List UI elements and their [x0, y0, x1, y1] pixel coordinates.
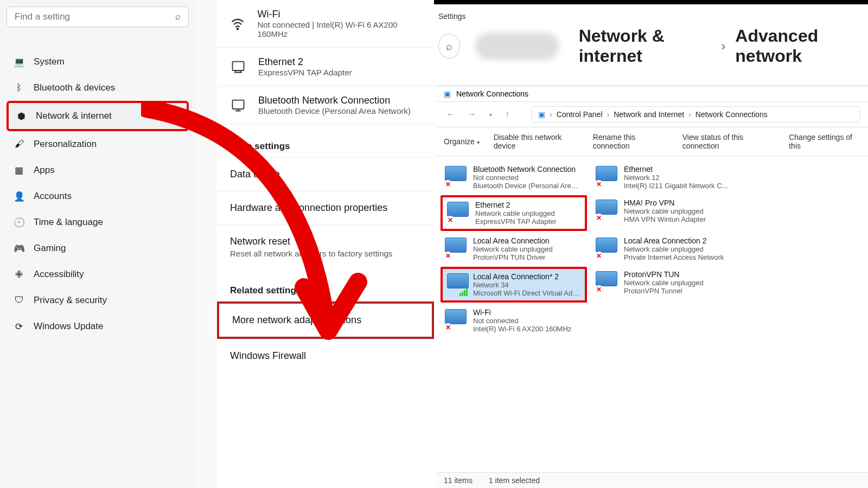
- adapter-icon: ✕: [595, 270, 618, 294]
- nav-label: Windows Update: [34, 321, 104, 332]
- adapter-icon: ✕: [446, 201, 470, 224]
- toolbar-organize[interactable]: Organize▾: [444, 137, 480, 146]
- adapter-name: Local Area Connection: [473, 236, 553, 245]
- adapter-device: Intel(R) I211 Gigabit Network Con...: [624, 182, 732, 190]
- nav-up-icon[interactable]: ↑: [503, 107, 512, 121]
- adapter-hma-pro-vpn[interactable]: ✕ HMA! Pro VPN Network cable unplugged H…: [591, 195, 738, 231]
- nav-icon: ✙: [13, 268, 25, 280]
- toolbar-rename[interactable]: Rename this connection: [593, 133, 668, 150]
- chevron-right-icon: ›: [721, 38, 725, 54]
- disconnected-x-icon: ✕: [595, 285, 603, 294]
- adapter-status: Network cable unplugged: [624, 279, 704, 287]
- adapter-name: Local Area Connection* 2: [473, 272, 582, 281]
- setting-title: Hardware and connection properties: [230, 202, 421, 214]
- adapter-local-area-connection-2[interactable]: ✕ Local Area Connection 2 Network cable …: [591, 233, 738, 265]
- nav-item-apps[interactable]: ▦Apps: [7, 157, 189, 183]
- network-settings-panel: Wi-Fi Not connected | Intel(R) Wi-Fi 6 A…: [217, 0, 434, 488]
- adapter-name: Bluetooth Network Connection: [473, 165, 582, 174]
- nav-icon: 💻: [13, 56, 25, 68]
- adapter-local-area-connection[interactable]: ✕ Local Area Connection Network cable un…: [441, 233, 587, 265]
- right-overlay-region: Settings ⌕ Network & internet › Advanced…: [434, 0, 868, 488]
- eth-icon: [230, 59, 246, 75]
- adapter-wi-fi[interactable]: ✕ Wi-Fi Not connected Intel(R) Wi-Fi 6 A…: [441, 305, 587, 336]
- adapter-local-area-connection-2[interactable]: Local Area Connection* 2 Network 34 Micr…: [441, 267, 587, 303]
- adapter-icon: ✕: [595, 236, 618, 260]
- nav-icon: 🛡: [13, 294, 25, 306]
- setting-network-reset[interactable]: Network resetReset all network adapters …: [217, 224, 434, 269]
- related-windows-firewall[interactable]: Windows Firewall: [217, 339, 434, 373]
- adapter-status: Network cable unplugged: [475, 209, 557, 217]
- network-row-bluetooth-network-connection[interactable]: Bluetooth Network Connection Bluetooth D…: [217, 86, 434, 125]
- related-title: Windows Firewall: [230, 350, 421, 362]
- setting-data-usage[interactable]: Data usage: [217, 157, 434, 191]
- disconnected-x-icon: ✕: [444, 323, 452, 332]
- setting-title: Data usage: [230, 169, 421, 180]
- adapter-ethernet[interactable]: ✕ Ethernet Network 12 Intel(R) I211 Giga…: [591, 162, 738, 193]
- adapter-ethernet-2[interactable]: ✕ Ethernet 2 Network cable unplugged Exp…: [441, 195, 587, 231]
- window-title-text: Network Connections: [456, 89, 528, 98]
- explorer-statusbar: 11 items 1 item selected: [436, 472, 868, 488]
- nav-icon: 👤: [13, 190, 25, 202]
- disconnected-x-icon: ✕: [595, 214, 603, 222]
- nav-item-windows-update[interactable]: ⟳Windows Update: [7, 313, 189, 339]
- status-selected-count: 1 item selected: [489, 476, 540, 485]
- address-bar[interactable]: ▣ › Control Panel › Network and Internet…: [531, 106, 860, 123]
- nav-item-network-internet[interactable]: ⬢Network & internet: [7, 101, 189, 131]
- related-settings-heading: Related settings: [217, 269, 434, 301]
- related-title: More network adapter options: [232, 314, 419, 326]
- nav-item-personalization[interactable]: 🖌Personalization: [7, 131, 189, 157]
- network-title: Wi-Fi: [257, 9, 421, 20]
- svg-rect-2: [233, 100, 244, 109]
- adapter-protonvpn-tun[interactable]: ✕ ProtonVPN TUN Network cable unplugged …: [591, 267, 738, 303]
- search-box[interactable]: ⌕: [7, 7, 189, 27]
- nav-item-gaming[interactable]: 🎮Gaming: [7, 235, 189, 261]
- nav-item-accounts[interactable]: 👤Accounts: [7, 183, 189, 209]
- network-title: Bluetooth Network Connection: [258, 95, 411, 106]
- search-input[interactable]: [15, 11, 175, 22]
- toolbar-change-settings[interactable]: Change settings of this: [789, 133, 860, 150]
- nav-forward-icon[interactable]: →: [465, 107, 478, 121]
- adapter-name: Wi-Fi: [473, 308, 571, 317]
- adapter-name: Ethernet 2: [475, 201, 557, 209]
- nav-label: Accounts: [34, 191, 72, 202]
- nav-icon: ⟳: [13, 320, 25, 332]
- adapter-bluetooth-network-connection[interactable]: ✕ Bluetooth Network Connection Not conne…: [441, 162, 587, 193]
- address-icon: ▣: [538, 110, 545, 119]
- more-settings-heading: More settings: [217, 125, 434, 157]
- nav-item-privacy-security[interactable]: 🛡Privacy & security: [7, 287, 189, 313]
- toolbar-disable[interactable]: Disable this network device: [494, 133, 579, 150]
- network-row-ethernet-2[interactable]: Ethernet 2 ExpressVPN TAP Adapter: [217, 48, 434, 86]
- nav-history-dropdown-icon[interactable]: ▾: [487, 110, 494, 120]
- path-seg-0[interactable]: Control Panel: [557, 110, 603, 119]
- adapter-icon: ✕: [444, 308, 468, 332]
- path-seg-1[interactable]: Network and Internet: [614, 110, 684, 119]
- window-top-strip: [434, 0, 868, 4]
- wifi-icon: [230, 16, 245, 32]
- back-search-circle[interactable]: ⌕: [438, 34, 460, 59]
- path-seg-2[interactable]: Network Connections: [695, 110, 768, 119]
- nav-icon: ▦: [13, 164, 25, 176]
- nav-label: Bluetooth & devices: [34, 82, 115, 93]
- network-title: Ethernet 2: [258, 56, 352, 68]
- blurred-username: [475, 33, 559, 60]
- adapter-name: HMA! Pro VPN: [624, 198, 706, 207]
- breadcrumb-network-internet[interactable]: Network & internet: [579, 26, 712, 66]
- network-sub: Bluetooth Device (Personal Area Network): [258, 106, 411, 115]
- nav-item-bluetooth-devices[interactable]: ᛒBluetooth & devices: [7, 75, 189, 101]
- disconnected-x-icon: ✕: [444, 252, 452, 260]
- adapter-icon: [446, 272, 468, 296]
- network-row-wi-fi[interactable]: Wi-Fi Not connected | Intel(R) Wi-Fi 6 A…: [217, 0, 434, 48]
- app-title: Settings: [434, 4, 868, 26]
- setting-hardware-and-connection-properties[interactable]: Hardware and connection properties: [217, 191, 434, 224]
- nav-item-system[interactable]: 💻System: [7, 49, 189, 75]
- adapter-name: Local Area Connection 2: [624, 236, 724, 245]
- disconnected-x-icon: ✕: [595, 180, 603, 189]
- nav-item-time-language[interactable]: 🕘Time & language: [7, 209, 189, 235]
- nav-icon: 🖌: [13, 138, 25, 150]
- nav-label: Accessibility: [34, 269, 84, 280]
- toolbar-view-status[interactable]: View status of this connection: [682, 133, 775, 150]
- nav-back-icon[interactable]: ←: [444, 107, 457, 121]
- adapter-icon: ✕: [595, 165, 618, 189]
- related-more-network-adapter-options[interactable]: More network adapter options: [217, 301, 434, 339]
- nav-item-accessibility[interactable]: ✙Accessibility: [7, 261, 189, 287]
